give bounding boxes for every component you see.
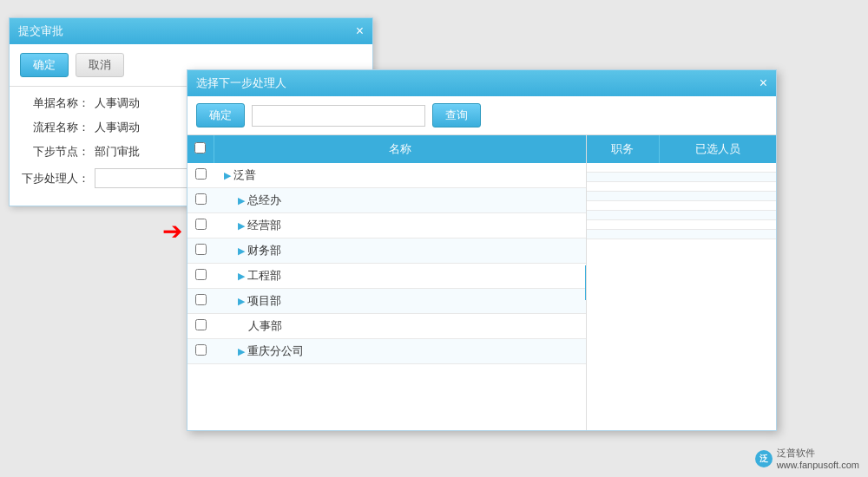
row-checkbox[interactable] <box>195 269 207 280</box>
row-name-text: 工程部 <box>247 268 281 284</box>
select-all-checkbox[interactable] <box>194 142 206 154</box>
sub-table-right: 职务 已选人员 <box>587 135 776 430</box>
right-table-row <box>587 192 776 201</box>
process-name-label: 流程名称： <box>20 120 89 135</box>
sub-table-left: 名称 ▶泛普▶总经办▶经营部▶财务部▶工程部▶项目部人事部▶重庆分公司 › <box>187 135 587 430</box>
row-name-cell: ▶经营部 <box>214 213 586 238</box>
table-row: ▶项目部 <box>187 289 586 314</box>
right-table-row <box>587 201 776 211</box>
expand-arrow-icon[interactable]: ▶ <box>238 220 245 232</box>
selected-cell <box>659 230 776 239</box>
row-name-cell: ▶泛普 <box>214 163 586 188</box>
main-dialog-title: 提交审批 <box>18 23 63 39</box>
right-table-row <box>587 220 776 230</box>
row-name-text: 泛普 <box>233 167 256 183</box>
selected-cell <box>659 163 776 173</box>
expand-arrow-icon[interactable]: ▶ <box>224 170 231 181</box>
right-table-row <box>587 230 776 239</box>
right-table-row <box>587 173 776 182</box>
selected-cell <box>659 182 776 192</box>
row-name-cell: ▶项目部 <box>214 289 586 314</box>
table-row: ▶工程部 <box>187 264 586 289</box>
table-row: ▶泛普 <box>187 163 586 188</box>
col-selected-header: 已选人员 <box>659 135 776 163</box>
position-cell <box>587 163 659 173</box>
position-cell <box>587 182 659 192</box>
row-checkbox[interactable] <box>195 193 207 205</box>
row-checkbox[interactable] <box>195 344 207 356</box>
position-cell <box>587 173 659 182</box>
table-row: ▶重庆分公司 <box>187 339 586 364</box>
position-cell <box>587 192 659 201</box>
right-table-row <box>587 163 776 173</box>
main-dialog-close-button[interactable]: × <box>356 24 364 38</box>
watermark-company: 泛普软件 <box>777 447 859 460</box>
row-name-text: 经营部 <box>247 218 281 233</box>
main-dialog-titlebar: 提交审批 × <box>10 18 372 44</box>
right-table-row <box>587 182 776 192</box>
right-table: 职务 已选人员 <box>587 135 776 239</box>
position-cell <box>587 230 659 239</box>
selected-cell <box>659 201 776 211</box>
col-position-header: 职务 <box>587 135 659 163</box>
col-checkbox-header <box>187 135 214 163</box>
position-cell <box>587 211 659 220</box>
expand-arrow-icon[interactable]: ▶ <box>238 346 245 357</box>
expand-arrow-icon[interactable]: ▶ <box>238 271 245 282</box>
sub-dialog-titlebar: 选择下一步处理人 × <box>187 70 776 96</box>
row-name-cell: ▶重庆分公司 <box>214 339 586 364</box>
row-name-text: 总经办 <box>247 193 281 208</box>
row-checkbox[interactable] <box>195 168 207 180</box>
table-row: ▶经营部 <box>187 213 586 238</box>
row-checkbox[interactable] <box>195 294 207 305</box>
watermark-logo: 泛 <box>755 450 773 467</box>
row-name-cell: ▶总经办 <box>214 188 586 213</box>
col-name-header: 名称 <box>214 135 586 163</box>
expand-arrow-icon[interactable]: ▶ <box>238 195 245 206</box>
position-cell <box>587 220 659 230</box>
watermark-website: www.fanpusoft.com <box>777 460 859 470</box>
selected-cell <box>659 173 776 182</box>
sub-table-wrapper: 名称 ▶泛普▶总经办▶经营部▶财务部▶工程部▶项目部人事部▶重庆分公司 › 职务… <box>187 135 776 430</box>
name-table: 名称 ▶泛普▶总经办▶经营部▶财务部▶工程部▶项目部人事部▶重庆分公司 <box>187 135 586 364</box>
main-confirm-button[interactable]: 确定 <box>20 53 69 77</box>
next-node-value: 部门审批 <box>95 144 140 160</box>
table-row: 人事部 <box>187 314 586 339</box>
position-cell <box>587 201 659 211</box>
red-arrow-indicator: ➔ <box>162 219 182 244</box>
next-node-label: 下步节点： <box>20 144 89 160</box>
sub-dialog-close-button[interactable]: × <box>760 76 767 90</box>
row-name-cell: ▶工程部 <box>214 264 586 289</box>
expand-arrow-icon[interactable]: ▶ <box>238 245 245 257</box>
process-name-value: 人事调动 <box>95 120 140 135</box>
watermark-logo-text: 泛 <box>760 453 768 465</box>
sub-dialog: 选择下一步处理人 × 确定 查询 名称 ▶泛普▶总经办▶经营部▶财务部▶工程部▶… <box>187 69 777 431</box>
table-row: ▶总经办 <box>187 188 586 213</box>
row-checkbox[interactable] <box>195 244 207 255</box>
table-row: ▶财务部 <box>187 238 586 264</box>
selected-cell <box>659 192 776 201</box>
row-name-text: 财务部 <box>247 243 281 258</box>
expand-arrow-icon[interactable]: ▶ <box>238 296 245 307</box>
selected-cell <box>659 220 776 230</box>
sub-search-input[interactable] <box>252 105 425 127</box>
row-name-cell: 人事部 <box>214 314 586 339</box>
right-table-row <box>587 211 776 220</box>
sub-dialog-toolbar: 确定 查询 <box>187 96 776 135</box>
bill-name-value: 人事调动 <box>95 95 140 111</box>
watermark: 泛 泛普软件 www.fanpusoft.com <box>755 447 859 470</box>
row-name-text: 人事部 <box>248 318 282 334</box>
row-checkbox[interactable] <box>195 219 207 230</box>
sub-dialog-title: 选择下一步处理人 <box>196 75 286 91</box>
row-name-text: 重庆分公司 <box>247 343 304 359</box>
selected-cell <box>659 211 776 220</box>
bill-name-label: 单据名称： <box>20 95 89 111</box>
next-handler-label: 下步处理人： <box>20 171 89 186</box>
row-checkbox[interactable] <box>195 319 207 330</box>
main-cancel-button[interactable]: 取消 <box>76 53 124 77</box>
row-name-text: 项目部 <box>247 293 281 309</box>
sub-confirm-button[interactable]: 确定 <box>196 103 245 127</box>
sub-query-button[interactable]: 查询 <box>432 103 481 127</box>
panel-expand-button[interactable]: › <box>585 265 587 300</box>
row-name-cell: ▶财务部 <box>214 238 586 264</box>
